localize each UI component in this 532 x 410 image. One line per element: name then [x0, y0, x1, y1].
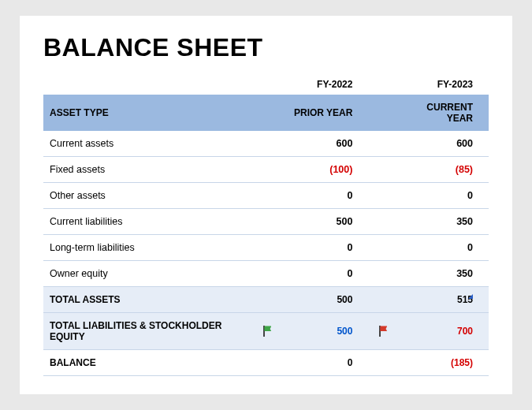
total-liabilities-prior: 500: [279, 313, 368, 350]
total-assets-label: TOTAL ASSETS: [43, 287, 253, 313]
table-row: Owner equity0350: [43, 261, 489, 287]
page-title: BALANCE SHEET: [43, 33, 489, 62]
row-prior: 0: [279, 261, 368, 287]
row-current: 0: [395, 183, 489, 209]
cell-marker-icon: [468, 294, 473, 299]
fiscal-year-row: FY-2022 FY-2023: [43, 72, 489, 95]
table-row: Other assets00: [43, 183, 489, 209]
total-liabilities-row: TOTAL LIABILITIES & STOCKHOLDER EQUITY 5…: [43, 313, 489, 350]
total-liabilities-label: TOTAL LIABILITIES & STOCKHOLDER EQUITY: [43, 313, 253, 350]
balance-table: FY-2022 FY-2023 ASSET TYPE PRIOR YEAR CU…: [43, 72, 489, 376]
header-prior: PRIOR YEAR: [279, 95, 368, 131]
table-row: Current assets600600: [43, 131, 489, 157]
row-current: 600: [395, 131, 489, 157]
total-assets-row: TOTAL ASSETS 500 515: [43, 287, 489, 313]
balance-current: (185): [395, 350, 489, 376]
balance-prior: 0: [279, 350, 368, 376]
table-row: Current liabilities500350: [43, 209, 489, 235]
flag-green-icon: [262, 326, 273, 337]
balance-label: BALANCE: [43, 350, 253, 376]
row-prior: 0: [279, 183, 368, 209]
row-prior: 0: [279, 235, 368, 261]
row-label: Current liabilities: [43, 209, 253, 235]
balance-row: BALANCE 0 (185): [43, 350, 489, 376]
table-row: Fixed assets(100)(85): [43, 157, 489, 183]
row-prior: (100): [279, 157, 368, 183]
row-current: 0: [395, 235, 489, 261]
total-assets-prior: 500: [279, 287, 368, 313]
header-row: ASSET TYPE PRIOR YEAR CURRENT YEAR: [43, 95, 489, 131]
row-prior: 600: [279, 131, 368, 157]
table-row: Long-term liabilities00: [43, 235, 489, 261]
row-current: 350: [395, 261, 489, 287]
total-liabilities-current: 700: [395, 313, 489, 350]
balance-sheet: BALANCE SHEET FY-2022 FY-2023 ASSET TYPE…: [20, 16, 512, 394]
header-current: CURRENT YEAR: [395, 95, 489, 131]
row-current: 350: [395, 209, 489, 235]
row-label: Other assets: [43, 183, 253, 209]
year-current: FY-2023: [395, 72, 489, 95]
row-label: Owner equity: [43, 261, 253, 287]
year-prior: FY-2022: [279, 72, 368, 95]
row-current: (85): [395, 157, 489, 183]
row-label: Fixed assets: [43, 157, 253, 183]
header-asset-type: ASSET TYPE: [43, 95, 253, 131]
row-label: Current assets: [43, 131, 253, 157]
row-label: Long-term liabilities: [43, 235, 253, 261]
flag-red-icon: [378, 326, 389, 337]
total-assets-current: 515: [395, 287, 489, 313]
row-prior: 500: [279, 209, 368, 235]
